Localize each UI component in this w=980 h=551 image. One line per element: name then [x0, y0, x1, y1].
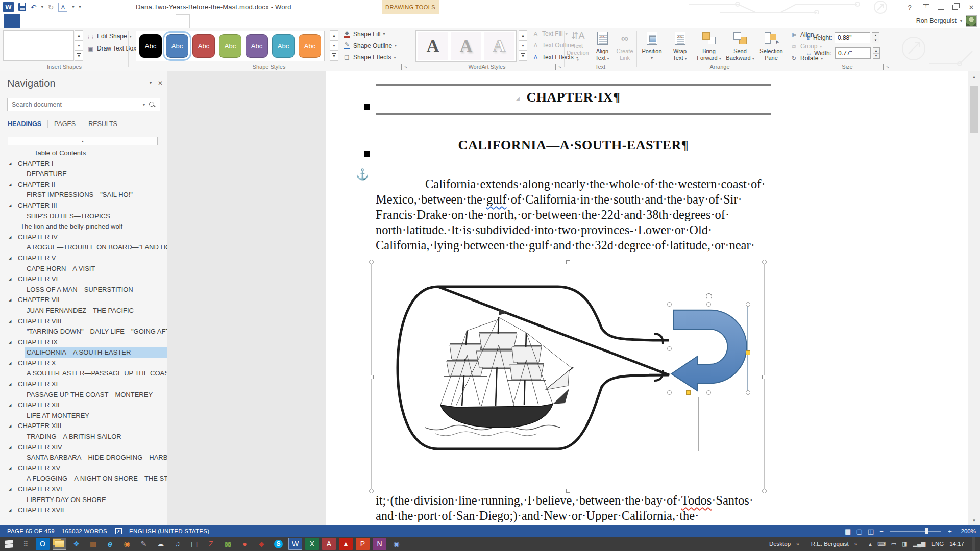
restore-button[interactable]	[952, 5, 958, 10]
shape-effects-button[interactable]: ❑ Shape Effects▾	[343, 54, 396, 61]
onenote[interactable]: N	[373, 538, 386, 550]
wordart-scroll[interactable]: ▲▼▼	[519, 30, 527, 61]
nav-heading-item[interactable]: ◢LIBERTY-DAY ON SHORE	[0, 495, 167, 506]
undo-icon[interactable]: ↶	[31, 2, 37, 12]
shape-style-swatch[interactable]: Abc	[192, 34, 215, 58]
zotero[interactable]: Z	[204, 538, 218, 550]
nav-heading-item[interactable]: ◢CHAPTER XVI	[0, 484, 167, 495]
print-layout-icon[interactable]: ▢	[856, 528, 862, 535]
acrobat[interactable]: ▲	[339, 538, 353, 550]
onedrive[interactable]: ☁	[154, 538, 167, 550]
shape-style-swatch[interactable]: Abc	[166, 34, 188, 58]
excel[interactable]: X	[305, 538, 319, 550]
nav-heading-item[interactable]: ◢JUAN FERNANDEZ—THE PACIFIC	[0, 306, 167, 316]
edit-shape-button[interactable]: ⬚ Edit Shape▾	[87, 33, 132, 40]
style-caret-icon[interactable]: ▾	[72, 5, 74, 9]
search-input[interactable]	[8, 101, 143, 108]
user-toolbar-label[interactable]: R.E. Bergquist	[811, 541, 849, 547]
scrollbar-thumb[interactable]	[970, 86, 978, 133]
vertical-scrollbar[interactable]: ▲ ▼	[968, 71, 980, 525]
body-line[interactable]: north·latitude.·It·is·subdivided·into·tw…	[376, 222, 784, 238]
shape-adjust-handle-2[interactable]	[746, 350, 750, 355]
insert-shapes-gallery[interactable]	[3, 30, 74, 61]
picture-handle-s[interactable]	[566, 489, 570, 493]
undo-caret-icon[interactable]: ▾	[41, 5, 43, 9]
nav-tab-pages[interactable]: PAGES	[54, 120, 82, 131]
nav-options-caret-icon[interactable]: ▾	[150, 81, 152, 85]
word-count[interactable]: 165032 WORDS	[62, 528, 107, 534]
nav-heading-item[interactable]: ◢CHAPTER XIII	[0, 421, 167, 432]
send-backward-button[interactable]: SendBackward ▾	[725, 30, 755, 63]
wordart-style-1[interactable]: A	[418, 32, 448, 60]
wordart-dialog-launcher[interactable]: ↘	[555, 64, 561, 70]
search-icon[interactable]	[149, 102, 156, 108]
read-mode-icon[interactable]: ▤	[845, 528, 851, 535]
rotate-handle-icon[interactable]	[706, 293, 712, 299]
itunes[interactable]: ♫	[170, 538, 184, 550]
section-heading[interactable]: CALIFORNIA—A·SOUTH-EASTER¶	[376, 138, 771, 153]
internet-explorer[interactable]: e	[103, 538, 117, 550]
shape-styles-gallery[interactable]: AbcAbcAbcAbcAbcAbcAbc	[136, 31, 325, 61]
desktop-toolbar-label[interactable]: Desktop	[769, 541, 791, 547]
nav-heading-item[interactable]: ◢CHAPTER XIV	[0, 442, 167, 453]
wordart-style-3[interactable]: A	[484, 32, 514, 60]
position-button[interactable]: Position▾	[638, 30, 666, 63]
body-line[interactable]: California,·lying·between·the·gulf·and·t…	[376, 238, 784, 253]
ribbon-tab[interactable]	[113, 14, 127, 28]
collapse-triangle-icon[interactable]: ◢	[9, 379, 11, 390]
document-page[interactable]: ◢ CHAPTER·IX¶ CALIFORNIA—A·SOUTH-EASTER¶…	[326, 71, 968, 525]
shape-handle-w[interactable]	[667, 346, 672, 351]
collapse-triangle-icon[interactable]: ◢	[9, 505, 11, 516]
nav-heading-item[interactable]: ◢CHAPTER XI	[0, 379, 167, 390]
nav-heading-item[interactable]: ◢A ROGUE—TROUBLE ON BOARD—"LAND HO!"	[0, 242, 167, 253]
wordart-gallery[interactable]: A A A	[415, 30, 517, 62]
size-dialog-launcher[interactable]: ↘	[883, 64, 889, 70]
shape-styles-scroll[interactable]: ▲▼▼	[330, 30, 338, 61]
ribbon-display-options-button[interactable]	[923, 4, 929, 10]
shape-handle-se[interactable]	[746, 390, 750, 395]
nav-tab-results[interactable]: RESULTS	[88, 120, 124, 131]
shape-handle-sw[interactable]	[667, 390, 672, 395]
nav-heading-item[interactable]: ◢DEPARTURE	[0, 169, 167, 180]
customize-qat-icon[interactable]: ▾	[79, 5, 81, 9]
shapes-gallery-scroll[interactable]: ▲▼▼	[75, 30, 83, 61]
ribbon-tab[interactable]	[127, 14, 140, 28]
collapse-triangle-icon[interactable]: ◢	[9, 442, 11, 453]
ribbon-tab[interactable]	[60, 14, 74, 28]
selection-pane-button[interactable]: SelectionPane	[756, 30, 786, 63]
tray-keyboard-icon[interactable]: ⌨	[877, 541, 886, 547]
start-button[interactable]	[2, 538, 16, 550]
body-line[interactable]: Mexico,·between·the·gulf·of·California·i…	[376, 192, 784, 207]
shape-style-swatch[interactable]: Abc	[246, 34, 268, 58]
tray-volume-icon[interactable]: ◨	[902, 541, 907, 547]
nav-heading-item[interactable]: ◢FIRST IMPRESSIONS—"SAIL HO!"	[0, 190, 167, 201]
save-icon[interactable]	[18, 3, 26, 11]
wrap-text-button[interactable]: WrapText ▾	[667, 30, 693, 63]
word-app-icon[interactable]: W	[3, 2, 14, 12]
collapse-triangle-icon[interactable]: ◢	[9, 421, 11, 432]
nav-heading-item[interactable]: ◢SANTA BARBARA—HIDE-DROGHING—HARBOR	[0, 453, 167, 463]
close-button[interactable]: ✕	[967, 4, 976, 11]
nav-heading-item[interactable]: ◢CHAPTER IV	[0, 232, 167, 243]
help-button[interactable]: ?	[905, 4, 914, 11]
user-account-area[interactable]: Ron Bergquist ▾	[916, 15, 977, 27]
dropbox[interactable]: ❖	[69, 538, 83, 550]
picture-handle-w[interactable]	[370, 375, 374, 379]
printer[interactable]: ▤	[187, 538, 201, 550]
body-line[interactable]: Francis·Drake·on·the·north,·or·between·t…	[376, 207, 784, 222]
adobe-reader[interactable]: ●	[238, 538, 252, 550]
collapse-triangle-icon[interactable]: ◢	[9, 484, 11, 495]
shape-style-swatch[interactable]: Abc	[299, 34, 321, 58]
search-caret-icon[interactable]: ▾	[143, 103, 145, 107]
u-turn-arrow-shape[interactable]	[670, 305, 748, 392]
ribbon-tab[interactable]	[100, 14, 113, 28]
nav-heading-item[interactable]: ◢CALIFORNIA—A SOUTH-EASTER	[0, 347, 167, 358]
nav-heading-item[interactable]: ◢CHAPTER III	[0, 201, 167, 211]
shape-fill-button[interactable]: ◆ Shape Fill▾	[343, 30, 385, 38]
zoom-slider-thumb[interactable]	[925, 528, 928, 534]
shape-styles-dialog-launcher[interactable]: ↘	[401, 64, 407, 70]
nav-heading-item[interactable]: ◢TRADING—A BRITISH SAILOR	[0, 432, 167, 442]
tray-show-hidden-icon[interactable]: ▴	[869, 541, 872, 547]
ribbon-tab[interactable]	[4, 14, 20, 28]
nav-heading-item[interactable]: ◢LIFE AT MONTEREY	[0, 411, 167, 421]
